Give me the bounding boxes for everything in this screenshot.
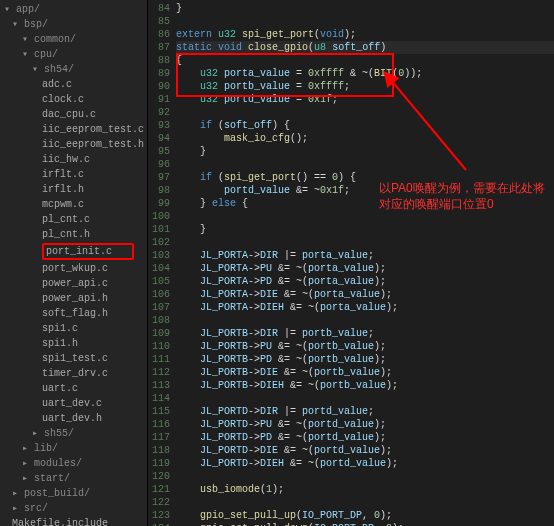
code-line[interactable]: JL_PORTB->DIE &= ~(portb_value); xyxy=(176,366,554,379)
line-gutter: 8485868788899091929394959697989910010110… xyxy=(148,0,176,526)
line-number: 103 xyxy=(148,249,170,262)
code-line[interactable]: usb_iomode(1); xyxy=(176,483,554,496)
code-line[interactable]: JL_PORTD->PU &= ~(portd_value); xyxy=(176,418,554,431)
tree-item[interactable]: spi1_test.c xyxy=(0,351,147,366)
code-line[interactable]: gpio_set_pull_up(IO_PORT_DP, 0); xyxy=(176,509,554,522)
code-line[interactable]: JL_PORTA->DIEH &= ~(porta_value); xyxy=(176,301,554,314)
code-line[interactable] xyxy=(176,314,554,327)
line-number: 85 xyxy=(148,15,170,28)
tree-item[interactable]: mcpwm.c xyxy=(0,197,147,212)
line-number: 97 xyxy=(148,171,170,184)
code-area[interactable]: } extern u32 spi_get_port(void);static v… xyxy=(176,0,554,526)
code-line[interactable] xyxy=(176,236,554,249)
file-tree-sidebar[interactable]: app/bsp/common/cpu/sh54/adc.cclock.cdac_… xyxy=(0,0,148,526)
tree-item[interactable]: spi1.c xyxy=(0,321,147,336)
tree-item[interactable]: power_api.h xyxy=(0,291,147,306)
tree-item[interactable]: pl_cnt.h xyxy=(0,227,147,242)
code-line[interactable]: JL_PORTD->DIE &= ~(portd_value); xyxy=(176,444,554,457)
line-number: 102 xyxy=(148,236,170,249)
code-line[interactable] xyxy=(176,470,554,483)
line-number: 87 xyxy=(148,41,170,54)
code-editor[interactable]: 8485868788899091929394959697989910010110… xyxy=(148,0,554,526)
code-line[interactable]: } xyxy=(176,223,554,236)
code-line[interactable]: } xyxy=(176,145,554,158)
line-number: 123 xyxy=(148,509,170,522)
line-number: 109 xyxy=(148,327,170,340)
code-line[interactable]: JL_PORTA->PU &= ~(porta_value); xyxy=(176,262,554,275)
tree-item[interactable]: bsp/ xyxy=(0,17,147,32)
tree-item[interactable]: modules/ xyxy=(0,456,147,471)
tree-item[interactable]: sh55/ xyxy=(0,426,147,441)
code-line[interactable]: gpio_set_pull_down(IO_PORT_DP, 0); xyxy=(176,522,554,526)
tree-item[interactable]: clock.c xyxy=(0,92,147,107)
code-line[interactable]: } xyxy=(176,2,554,15)
line-number: 112 xyxy=(148,366,170,379)
line-number: 120 xyxy=(148,470,170,483)
code-line[interactable]: JL_PORTB->PU &= ~(portb_value); xyxy=(176,340,554,353)
tree-item[interactable]: lib/ xyxy=(0,441,147,456)
line-number: 114 xyxy=(148,392,170,405)
line-number: 106 xyxy=(148,288,170,301)
code-line[interactable]: JL_PORTD->DIR |= portd_value; xyxy=(176,405,554,418)
tree-item[interactable]: irflt.c xyxy=(0,167,147,182)
tree-item[interactable]: soft_flag.h xyxy=(0,306,147,321)
tree-item[interactable]: dac_cpu.c xyxy=(0,107,147,122)
tree-item[interactable]: power_api.c xyxy=(0,276,147,291)
code-line[interactable] xyxy=(176,496,554,509)
code-line[interactable]: JL_PORTB->PD &= ~(portb_value); xyxy=(176,353,554,366)
tree-item[interactable]: app/ xyxy=(0,2,147,17)
code-line[interactable]: JL_PORTA->DIR |= porta_value; xyxy=(176,249,554,262)
code-line[interactable]: mask_io_cfg(); xyxy=(176,132,554,145)
tree-item[interactable]: Makefile.include xyxy=(0,516,147,526)
line-number: 105 xyxy=(148,275,170,288)
line-number: 91 xyxy=(148,93,170,106)
tree-item[interactable]: uart.c xyxy=(0,381,147,396)
tree-item[interactable]: iic_hw.c xyxy=(0,152,147,167)
line-number: 115 xyxy=(148,405,170,418)
tree-item[interactable]: post_build/ xyxy=(0,486,147,501)
line-number: 116 xyxy=(148,418,170,431)
tree-item[interactable]: iic_eeprom_test.h xyxy=(0,137,147,152)
line-number: 98 xyxy=(148,184,170,197)
code-line[interactable]: JL_PORTD->PD &= ~(portd_value); xyxy=(176,431,554,444)
code-line[interactable]: JL_PORTA->PD &= ~(porta_value); xyxy=(176,275,554,288)
tree-item[interactable]: sh54/ xyxy=(0,62,147,77)
code-line[interactable] xyxy=(176,15,554,28)
code-line[interactable] xyxy=(176,392,554,405)
tree-item[interactable]: iic_eeprom_test.c xyxy=(0,122,147,137)
line-number: 99 xyxy=(148,197,170,210)
line-number: 108 xyxy=(148,314,170,327)
code-line[interactable]: JL_PORTA->DIE &= ~(porta_value); xyxy=(176,288,554,301)
tree-item[interactable]: start/ xyxy=(0,471,147,486)
code-line[interactable] xyxy=(176,158,554,171)
code-line[interactable]: extern u32 spi_get_port(void); xyxy=(176,28,554,41)
tree-item[interactable]: common/ xyxy=(0,32,147,47)
tree-item[interactable]: uart_dev.c xyxy=(0,396,147,411)
line-number: 113 xyxy=(148,379,170,392)
tree-item[interactable]: pl_cnt.c xyxy=(0,212,147,227)
line-number: 124 xyxy=(148,522,170,526)
line-number: 104 xyxy=(148,262,170,275)
tree-item[interactable]: uart_dev.h xyxy=(0,411,147,426)
tree-item[interactable]: src/ xyxy=(0,501,147,516)
tree-item[interactable]: timer_drv.c xyxy=(0,366,147,381)
line-number: 92 xyxy=(148,106,170,119)
code-line[interactable]: JL_PORTD->DIEH &= ~(portd_value); xyxy=(176,457,554,470)
line-number: 84 xyxy=(148,2,170,15)
code-line[interactable] xyxy=(176,106,554,119)
line-number: 96 xyxy=(148,158,170,171)
code-line[interactable]: if (soft_off) { xyxy=(176,119,554,132)
tree-item[interactable]: cpu/ xyxy=(0,47,147,62)
annotation-text: 以PA0唤醒为例，需要在此处将对应的唤醒端口位置0 xyxy=(379,180,549,212)
tree-item[interactable]: port_init.c xyxy=(0,242,147,261)
line-number: 95 xyxy=(148,145,170,158)
code-line[interactable]: JL_PORTB->DIEH &= ~(portb_value); xyxy=(176,379,554,392)
code-highlight-box xyxy=(176,53,394,97)
tree-item[interactable]: port_wkup.c xyxy=(0,261,147,276)
line-number: 110 xyxy=(148,340,170,353)
code-line[interactable]: JL_PORTB->DIR |= portb_value; xyxy=(176,327,554,340)
tree-item[interactable]: adc.c xyxy=(0,77,147,92)
tree-item[interactable]: spi1.h xyxy=(0,336,147,351)
line-number: 118 xyxy=(148,444,170,457)
tree-item[interactable]: irflt.h xyxy=(0,182,147,197)
